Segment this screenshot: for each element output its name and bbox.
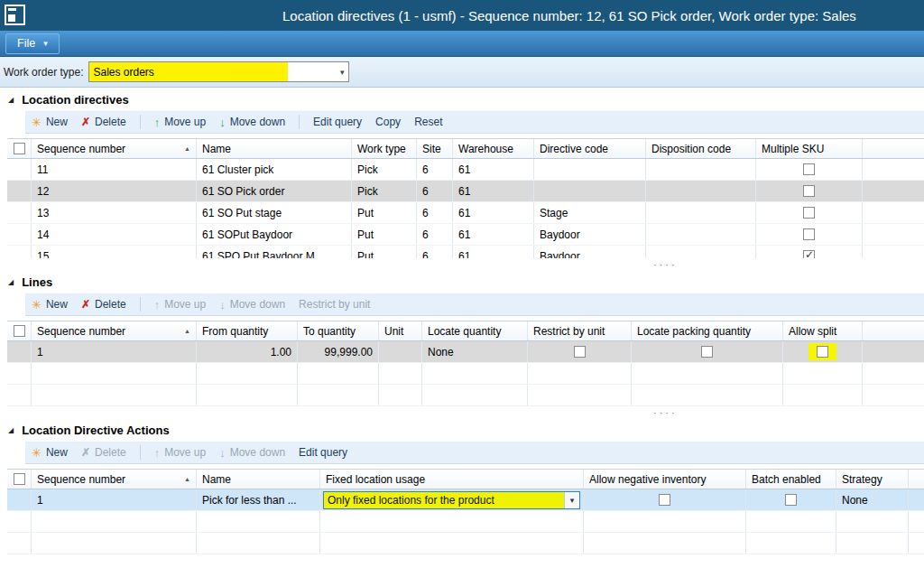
empty-cell (320, 511, 584, 532)
move-down-button[interactable]: ↓ Move down (219, 116, 285, 128)
table-row-empty (7, 533, 924, 554)
collapse-triangle-icon[interactable]: ◢ (8, 426, 14, 434)
delete-button[interactable]: ✗ Delete (81, 298, 126, 311)
table-row[interactable]: 14 61 SOPut Baydoor Put 6 61 Baydoor (7, 224, 924, 246)
cell-directive-code (534, 181, 646, 201)
splitter-handle[interactable]: ···· (0, 406, 924, 418)
table-row-empty (7, 385, 924, 406)
column-header-to-quantity[interactable]: To quantity (298, 321, 379, 340)
cell-site: 6 (417, 224, 453, 245)
column-header-strategy[interactable]: Strategy (836, 470, 909, 489)
column-header-name[interactable]: Name (197, 139, 352, 158)
cell-disposition-code (646, 202, 756, 223)
collapse-triangle-icon[interactable]: ◢ (8, 96, 14, 104)
column-header-fixed-location-usage[interactable]: Fixed location usage (320, 470, 584, 489)
column-header-from-quantity[interactable]: From quantity (197, 321, 298, 340)
column-header-allow-negative-inventory[interactable]: Allow negative inventory (584, 470, 746, 489)
fixed-location-usage-select[interactable]: Only fixed locations for the product ▾ (323, 491, 580, 509)
cell-name: 61 SO Put stage (197, 202, 352, 223)
location-directives-grid: Sequence number▲ Name Work type Site War… (7, 138, 924, 258)
select-all-checkbox[interactable] (14, 473, 25, 485)
column-header-work-type[interactable]: Work type (352, 139, 417, 158)
table-row[interactable]: 13 61 SO Put stage Put 6 61 Stage (7, 202, 924, 224)
collapse-triangle-icon[interactable]: ◢ (8, 278, 14, 286)
file-menu-button[interactable]: File ▾ (5, 33, 60, 54)
column-header-multiple-sku[interactable]: Multiple SKU (756, 139, 863, 158)
move-up-button[interactable]: ↑ Move up (154, 116, 207, 128)
copy-button[interactable]: Copy (375, 116, 401, 128)
column-header-name[interactable]: Name (197, 470, 320, 489)
empty-cell (197, 363, 298, 384)
section-header-lines: ◢ Lines (0, 270, 924, 293)
select-all-checkbox[interactable] (14, 143, 25, 154)
move-up-label: Move up (164, 298, 206, 311)
multiple-sku-checkbox[interactable] (803, 228, 815, 240)
allow-negative-inventory-checkbox[interactable] (659, 494, 670, 506)
edit-query-button[interactable]: Edit query (313, 116, 362, 128)
reset-button[interactable]: Reset (414, 116, 442, 128)
new-button[interactable]: ✳ New (32, 116, 68, 128)
delete-button[interactable]: ✗ Delete (81, 116, 126, 128)
move-up-button: ↑ Move up (154, 446, 207, 459)
section-title: Location directives (22, 93, 128, 107)
new-button[interactable]: ✳ New (32, 298, 68, 311)
column-header-allow-split[interactable]: Allow split (783, 321, 863, 340)
multiple-sku-checkbox[interactable] (803, 163, 815, 175)
multiple-sku-checkbox[interactable] (803, 250, 815, 258)
edit-query-button[interactable]: Edit query (299, 446, 347, 459)
column-header-warehouse[interactable]: Warehouse (453, 139, 534, 158)
column-header-sequence-number[interactable]: Sequence number▲ (32, 139, 197, 158)
column-header-locate-quantity[interactable]: Locate quantity (422, 321, 528, 340)
column-header-locate-packing-quantity[interactable]: Locate packing quantity (632, 321, 783, 340)
table-row[interactable]: 15 61 SPO Put Baydoor M... Put 6 61 Bayd… (7, 246, 924, 258)
table-row[interactable]: 11 61 Cluster pick Pick 6 61 (7, 159, 924, 181)
empty-cell (746, 511, 836, 532)
column-header-sequence-number[interactable]: Sequence number▲ (32, 470, 197, 489)
locate-packing-quantity-checkbox[interactable] (701, 346, 713, 358)
table-row[interactable]: 1 Pick for less than ... Only fixed loca… (7, 489, 924, 511)
select-all-checkbox[interactable] (14, 325, 25, 337)
grid-body: 11 61 Cluster pick Pick 6 61 12 61 SO Pi… (7, 159, 924, 258)
cell-fixed-location-usage: Only fixed locations for the product ▾ (320, 489, 584, 510)
move-down-label: Move down (230, 298, 285, 311)
column-header-restrict-by-unit[interactable]: Restrict by unit (528, 321, 632, 340)
work-order-type-select[interactable]: Sales orders ▾ (88, 61, 349, 82)
empty-cell (422, 363, 528, 384)
grid-header: Sequence number▲ From quantity To quanti… (7, 321, 924, 341)
section-title: Lines (22, 275, 52, 289)
restrict-by-unit-checkbox[interactable] (574, 346, 586, 358)
new-button[interactable]: ✳ New (32, 446, 68, 459)
column-header-batch-enabled[interactable]: Batch enabled (746, 470, 836, 489)
allow-split-checkbox[interactable] (817, 346, 828, 358)
column-header-disposition-code[interactable]: Disposition code (646, 139, 756, 158)
move-up-label: Move up (164, 446, 206, 459)
cell-directive-code: Stage (534, 202, 646, 223)
row-select-cell (7, 246, 32, 258)
splitter-handle[interactable]: ···· (0, 258, 924, 270)
delete-icon: ✗ (81, 299, 90, 310)
toolbar-separator (140, 297, 141, 312)
multiple-sku-checkbox[interactable] (803, 207, 815, 219)
lines-toolbar: ✳ New ✗ Delete ↑ Move up ↓ Move down Res… (25, 293, 924, 316)
delete-label: Delete (95, 298, 126, 311)
table-row[interactable]: 12 61 SO Pick order Pick 6 61 (7, 181, 924, 202)
column-header-unit[interactable]: Unit (379, 321, 422, 340)
location-directives-toolbar: ✳ New ✗ Delete ↑ Move up ↓ Move down Edi… (25, 110, 924, 134)
move-down-button: ↓ Move down (219, 298, 285, 311)
column-header-site[interactable]: Site (417, 139, 453, 158)
chevron-down-icon[interactable]: ▾ (564, 492, 579, 508)
cell-warehouse: 61 (453, 202, 534, 223)
empty-cell (528, 363, 632, 384)
cell-multiple-sku (756, 159, 863, 180)
edit-query-label: Edit query (299, 446, 347, 459)
cell-name: 61 Cluster pick (197, 159, 352, 180)
cell-multiple-sku (756, 224, 863, 245)
column-header-sequence-number[interactable]: Sequence number▲ (32, 321, 197, 340)
cell-filler (863, 181, 924, 201)
multiple-sku-checkbox[interactable] (803, 185, 815, 197)
empty-cell (836, 511, 909, 532)
column-header-directive-code[interactable]: Directive code (534, 139, 646, 158)
batch-enabled-checkbox[interactable] (785, 494, 797, 506)
table-row[interactable]: 1 1.00 99,999.00 None (7, 341, 924, 363)
cell-work-type: Pick (352, 159, 417, 180)
